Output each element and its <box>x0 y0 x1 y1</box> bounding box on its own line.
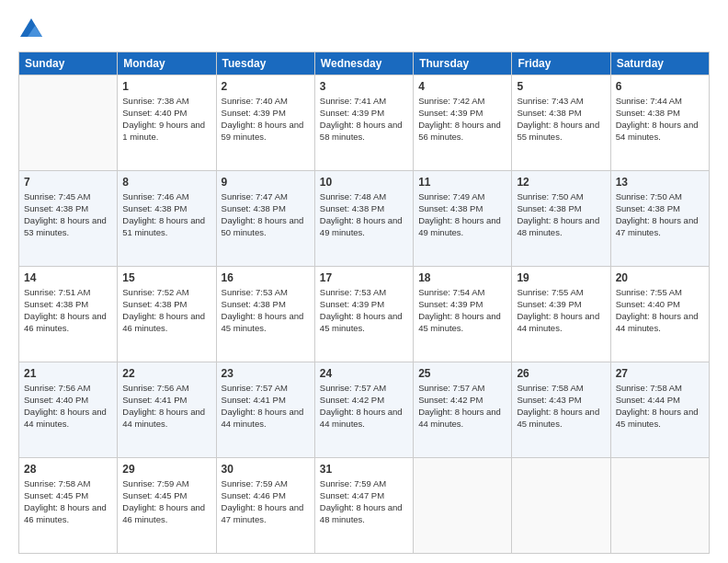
calendar-cell: 10Sunrise: 7:48 AMSunset: 4:38 PMDayligh… <box>314 171 413 267</box>
day-number: 15 <box>122 270 210 285</box>
sunset-text: Sunset: 4:39 PM <box>418 108 506 120</box>
sunrise-text: Sunrise: 7:53 AM <box>320 287 408 299</box>
calendar-week-row: 1Sunrise: 7:38 AMSunset: 4:40 PMDaylight… <box>19 75 710 171</box>
calendar-page: SundayMondayTuesdayWednesdayThursdayFrid… <box>0 0 728 563</box>
sunrise-text: Sunrise: 7:47 AM <box>222 191 310 203</box>
sunrise-text: Sunrise: 7:57 AM <box>222 383 310 395</box>
calendar-cell: 9Sunrise: 7:47 AMSunset: 4:38 PMDaylight… <box>216 171 314 267</box>
sunset-text: Sunset: 4:38 PM <box>122 299 210 311</box>
calendar-cell: 12Sunrise: 7:50 AMSunset: 4:38 PMDayligh… <box>512 171 610 267</box>
sunrise-text: Sunrise: 7:50 AM <box>616 191 704 203</box>
sunset-text: Sunset: 4:39 PM <box>320 108 408 120</box>
column-header-sunday: Sunday <box>19 52 118 75</box>
day-number: 23 <box>222 366 310 381</box>
sunset-text: Sunset: 4:45 PM <box>24 490 112 502</box>
calendar-cell: 30Sunrise: 7:59 AMSunset: 4:46 PMDayligh… <box>216 458 314 554</box>
sunset-text: Sunset: 4:39 PM <box>320 299 408 311</box>
daylight-text: Daylight: 8 hours and 44 minutes. <box>320 407 408 431</box>
daylight-text: Daylight: 8 hours and 44 minutes. <box>517 311 605 335</box>
sunrise-text: Sunrise: 7:59 AM <box>122 478 210 490</box>
day-number: 3 <box>320 79 408 94</box>
day-number: 24 <box>320 366 408 381</box>
calendar-cell: 4Sunrise: 7:42 AMSunset: 4:39 PMDaylight… <box>414 75 512 171</box>
calendar-cell <box>610 458 709 554</box>
sunset-text: Sunset: 4:41 PM <box>222 395 310 407</box>
daylight-text: Daylight: 8 hours and 58 minutes. <box>320 120 408 144</box>
calendar-cell: 13Sunrise: 7:50 AMSunset: 4:38 PMDayligh… <box>610 171 709 267</box>
daylight-text: Daylight: 8 hours and 55 minutes. <box>517 120 605 144</box>
sunrise-text: Sunrise: 7:59 AM <box>222 478 310 490</box>
day-number: 8 <box>122 175 210 190</box>
sunrise-text: Sunrise: 7:42 AM <box>418 96 506 108</box>
calendar-cell: 11Sunrise: 7:49 AMSunset: 4:38 PMDayligh… <box>414 171 512 267</box>
day-number: 31 <box>320 462 408 477</box>
sunset-text: Sunset: 4:42 PM <box>320 395 408 407</box>
daylight-text: Daylight: 8 hours and 44 minutes. <box>24 407 112 431</box>
calendar-cell: 1Sunrise: 7:38 AMSunset: 4:40 PMDaylight… <box>118 75 216 171</box>
sunset-text: Sunset: 4:38 PM <box>222 299 310 311</box>
sunrise-text: Sunrise: 7:46 AM <box>122 191 210 203</box>
calendar-cell: 6Sunrise: 7:44 AMSunset: 4:38 PMDaylight… <box>610 75 709 171</box>
sunset-text: Sunset: 4:45 PM <box>122 490 210 502</box>
day-number: 1 <box>122 79 210 94</box>
calendar-table: SundayMondayTuesdayWednesdayThursdayFrid… <box>18 52 710 554</box>
calendar-cell: 3Sunrise: 7:41 AMSunset: 4:39 PMDaylight… <box>314 75 413 171</box>
calendar-cell: 25Sunrise: 7:57 AMSunset: 4:42 PMDayligh… <box>414 362 512 458</box>
calendar-cell: 29Sunrise: 7:59 AMSunset: 4:45 PMDayligh… <box>118 458 216 554</box>
daylight-text: Daylight: 8 hours and 48 minutes. <box>517 215 605 239</box>
sunrise-text: Sunrise: 7:59 AM <box>320 478 408 490</box>
sunset-text: Sunset: 4:47 PM <box>320 490 408 502</box>
calendar-cell <box>414 458 512 554</box>
sunrise-text: Sunrise: 7:51 AM <box>24 287 112 299</box>
daylight-text: Daylight: 8 hours and 46 minutes. <box>122 502 210 526</box>
sunrise-text: Sunrise: 7:55 AM <box>517 287 605 299</box>
column-header-thursday: Thursday <box>414 52 512 75</box>
daylight-text: Daylight: 8 hours and 51 minutes. <box>122 215 210 239</box>
calendar-cell: 27Sunrise: 7:58 AMSunset: 4:44 PMDayligh… <box>610 362 709 458</box>
day-number: 6 <box>616 79 704 94</box>
calendar-cell: 8Sunrise: 7:46 AMSunset: 4:38 PMDaylight… <box>118 171 216 267</box>
sunrise-text: Sunrise: 7:48 AM <box>320 191 408 203</box>
daylight-text: Daylight: 8 hours and 44 minutes. <box>418 407 506 431</box>
daylight-text: Daylight: 8 hours and 49 minutes. <box>320 215 408 239</box>
sunrise-text: Sunrise: 7:50 AM <box>517 191 605 203</box>
day-number: 30 <box>222 462 310 477</box>
column-header-saturday: Saturday <box>610 52 709 75</box>
daylight-text: Daylight: 8 hours and 56 minutes. <box>418 120 506 144</box>
calendar-cell: 2Sunrise: 7:40 AMSunset: 4:39 PMDaylight… <box>216 75 314 171</box>
calendar-cell: 14Sunrise: 7:51 AMSunset: 4:38 PMDayligh… <box>19 267 118 362</box>
day-number: 14 <box>24 270 112 285</box>
calendar-cell <box>512 458 610 554</box>
calendar-cell: 17Sunrise: 7:53 AMSunset: 4:39 PMDayligh… <box>314 267 413 362</box>
sunrise-text: Sunrise: 7:52 AM <box>122 287 210 299</box>
day-number: 22 <box>122 366 210 381</box>
sunset-text: Sunset: 4:39 PM <box>222 108 310 120</box>
sunset-text: Sunset: 4:42 PM <box>418 395 506 407</box>
sunset-text: Sunset: 4:38 PM <box>222 203 310 215</box>
day-number: 12 <box>517 175 605 190</box>
sunset-text: Sunset: 4:46 PM <box>222 490 310 502</box>
day-number: 18 <box>418 270 506 285</box>
day-number: 10 <box>320 175 408 190</box>
daylight-text: Daylight: 8 hours and 50 minutes. <box>222 215 310 239</box>
sunrise-text: Sunrise: 7:58 AM <box>517 383 605 395</box>
calendar-header-row: SundayMondayTuesdayWednesdayThursdayFrid… <box>19 52 710 75</box>
sunset-text: Sunset: 4:38 PM <box>24 299 112 311</box>
sunset-text: Sunset: 4:41 PM <box>122 395 210 407</box>
calendar-cell: 26Sunrise: 7:58 AMSunset: 4:43 PMDayligh… <box>512 362 610 458</box>
column-header-tuesday: Tuesday <box>216 52 314 75</box>
day-number: 2 <box>222 79 310 94</box>
calendar-cell <box>19 75 118 171</box>
daylight-text: Daylight: 8 hours and 45 minutes. <box>616 407 704 431</box>
calendar-cell: 22Sunrise: 7:56 AMSunset: 4:41 PMDayligh… <box>118 362 216 458</box>
calendar-cell: 16Sunrise: 7:53 AMSunset: 4:38 PMDayligh… <box>216 267 314 362</box>
sunset-text: Sunset: 4:38 PM <box>616 203 704 215</box>
sunset-text: Sunset: 4:40 PM <box>24 395 112 407</box>
day-number: 7 <box>24 175 112 190</box>
day-number: 16 <box>222 270 310 285</box>
daylight-text: Daylight: 8 hours and 44 minutes. <box>222 407 310 431</box>
sunrise-text: Sunrise: 7:38 AM <box>122 96 210 108</box>
sunrise-text: Sunrise: 7:57 AM <box>320 383 408 395</box>
day-number: 19 <box>517 270 605 285</box>
daylight-text: Daylight: 8 hours and 48 minutes. <box>320 502 408 526</box>
